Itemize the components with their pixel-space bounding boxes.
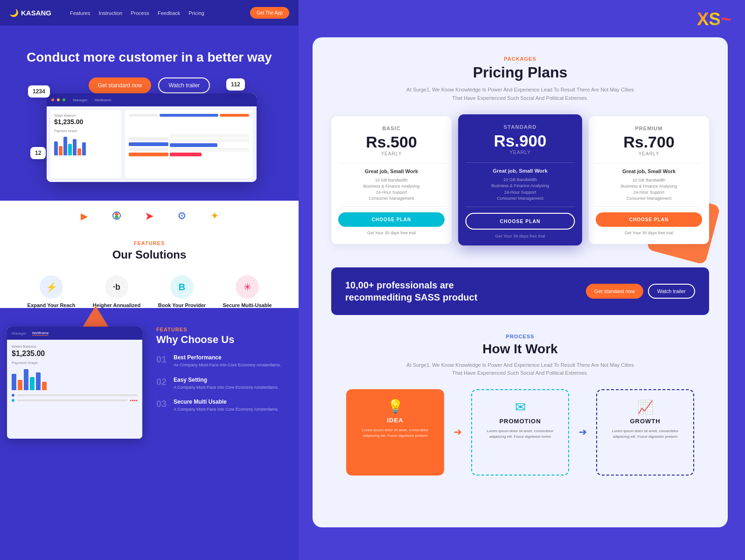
how-tag: PROCESS bbox=[331, 334, 709, 339]
price-card-premium: PREMIUM Rs.700 YEARLY Great job, Small W… bbox=[589, 116, 709, 244]
why-item-1: 01 Best Performance As Company Most-Face… bbox=[156, 354, 287, 368]
promotion-desc: Lorem ipsum dolor sit amet, consectetur … bbox=[479, 428, 561, 440]
growth-icon: 📈 bbox=[604, 399, 686, 415]
left-panel: 🌙 KASANG Features Instruction Process Fe… bbox=[0, 0, 299, 560]
premium-f3: 24-Hour Support bbox=[596, 190, 702, 195]
standard-amount: Rs.900 bbox=[466, 132, 575, 150]
moon-icon: 🌙 bbox=[9, 8, 19, 17]
watch-trailer-button[interactable]: Watch trailer bbox=[158, 77, 210, 93]
why-num-1: 01 bbox=[156, 354, 168, 365]
premium-f2: Business & Finance Analysing bbox=[596, 184, 702, 189]
professionals-banner: 10,00+ professionals are recommediting S… bbox=[331, 267, 709, 315]
how-card-promotion: ✉ PROMOTION Lorem ipsum dolor sit amet, … bbox=[471, 389, 569, 476]
basic-features-title: Great job, Small Work bbox=[338, 168, 445, 174]
why-item-desc-3: A Company Most-Face into Core Economy Am… bbox=[174, 406, 279, 413]
promotion-title: PROMOTION bbox=[479, 418, 561, 425]
basic-amount: Rs.500 bbox=[338, 133, 445, 151]
premium-f4: Consumer Management bbox=[596, 196, 702, 201]
wallet-balance-label: Wallet Balance bbox=[54, 114, 118, 117]
feature-icon-2: ·b bbox=[105, 275, 128, 299]
pricing-title: Pricing Plans bbox=[331, 64, 709, 81]
standard-name: STANDARD bbox=[466, 124, 575, 130]
basic-name: BASIC bbox=[338, 126, 445, 131]
premium-period: YEARLY bbox=[596, 151, 702, 156]
xs-logo: XS~ bbox=[697, 9, 731, 29]
get-standard-button[interactable]: Get standard now bbox=[89, 77, 152, 93]
why-title: Why Choose Us bbox=[156, 334, 287, 346]
nav-feedback[interactable]: Feedback bbox=[158, 10, 180, 16]
standard-f4: Consumer Management bbox=[466, 196, 575, 201]
dashboard-bottom: Manager Wellframe Wallet Balance $1,235.… bbox=[7, 327, 142, 439]
how-cards: 💡 IDEA Lorem ipsum dolor sit amet, conse… bbox=[331, 389, 709, 476]
pricing-header: PACKAGES Pricing Plans At Surge1, We Kno… bbox=[331, 56, 709, 102]
how-card-idea: 💡 IDEA Lorem ipsum dolor sit amet, conse… bbox=[346, 389, 444, 476]
why-item-title-2: Easy Setting bbox=[174, 377, 279, 383]
pricing-cards: BASIC Rs.500 YEARLY Great job, Small Wor… bbox=[331, 116, 709, 244]
feature-name-3: Book Your Provider bbox=[154, 302, 210, 308]
feature-name-4: Secure Multi-Usable bbox=[219, 302, 275, 308]
nav-process[interactable]: Process bbox=[131, 10, 149, 16]
standard-period: YEARLY bbox=[466, 150, 575, 155]
why-choose-section: FEATURES Why Choose Us 01 Best Performan… bbox=[147, 317, 296, 430]
float-card-12: 12 bbox=[30, 147, 46, 159]
idea-title: IDEA bbox=[353, 417, 437, 424]
pricing-cards-container: BASIC Rs.500 YEARLY Great job, Small Wor… bbox=[331, 116, 709, 244]
basic-choose-btn[interactable]: CHOOSE PLAN bbox=[338, 212, 445, 227]
premium-trial: Get Your 30 days free trial bbox=[596, 231, 702, 235]
premium-amount: Rs.700 bbox=[596, 133, 702, 151]
navbar-logo: 🌙 KASANG bbox=[9, 8, 51, 17]
basic-period: YEARLY bbox=[338, 151, 445, 156]
professionals-text: 10,00+ professionals are recommediting S… bbox=[345, 279, 485, 303]
prof-watch-trailer-btn[interactable]: Watch trailer bbox=[648, 284, 695, 299]
why-item-desc-2: A Company Most-Face into Core Economy Am… bbox=[174, 385, 279, 391]
logo-icon-4: ⚙ bbox=[174, 208, 190, 224]
growth-title: GROWTH bbox=[604, 418, 686, 425]
features-title: Our Solutions bbox=[9, 248, 289, 261]
promotion-icon: ✉ bbox=[479, 399, 561, 415]
hero-title: Conduct more customer in a better way bbox=[14, 49, 285, 66]
payment-graph-label: Payment Graph bbox=[54, 129, 118, 133]
float-card-1234: 1234 bbox=[28, 85, 50, 98]
logo-icon-2 bbox=[109, 208, 125, 224]
basic-trial: Get Your 30 days free trial bbox=[338, 231, 445, 235]
standard-trial: Get Your 30 days free trial bbox=[466, 234, 575, 238]
right-panel: PACKAGES Pricing Plans At Surge1, We Kno… bbox=[313, 37, 728, 527]
why-item-title-1: Best Performance bbox=[174, 354, 281, 361]
navbar-cta-button[interactable]: Get The App bbox=[250, 7, 289, 19]
prof-get-standard-btn[interactable]: Get standard now bbox=[586, 284, 643, 299]
float-card-112: 112 bbox=[226, 78, 245, 91]
premium-choose-btn[interactable]: CHOOSE PLAN bbox=[596, 212, 702, 227]
arrow-1: ➜ bbox=[453, 426, 462, 438]
dashboard-mockup: Manager Wellframe Wallet Balance $1,235.… bbox=[47, 93, 257, 182]
how-title: How It Work bbox=[331, 342, 709, 357]
navbar-links: Features Instruction Process Feedback Pr… bbox=[70, 10, 250, 16]
basic-f4: Consumer Management bbox=[338, 196, 445, 201]
basic-f1: 10 GB Bandwidth bbox=[338, 178, 445, 182]
standard-f2: Business & Finance Analysing bbox=[466, 184, 575, 189]
price-card-standard: STANDARD Rs.900 YEARLY Great job, Small … bbox=[458, 114, 582, 246]
bottom-left-panel: Manager Wellframe Wallet Balance $1,235.… bbox=[0, 308, 299, 560]
professionals-buttons: Get standard now Watch trailer bbox=[586, 284, 695, 299]
why-num-3: 03 bbox=[156, 399, 168, 409]
feature-icon-1: ⚡ bbox=[40, 275, 63, 299]
why-tag: FEATURES bbox=[156, 327, 287, 332]
logo-strip: ▶ ➤ ⚙ ✦ bbox=[0, 201, 299, 231]
idea-icon: 💡 bbox=[353, 399, 437, 414]
how-desc: At Surge1, We Know Knowledge Is Power An… bbox=[404, 361, 637, 378]
nav-features[interactable]: Features bbox=[70, 10, 90, 16]
premium-features-title: Great job, Small Work bbox=[596, 168, 702, 174]
feature-icon-3: B bbox=[170, 275, 194, 299]
standard-f1: 10 GB Bandwidth bbox=[466, 177, 575, 182]
premium-f1: 10 GB Bandwidth bbox=[596, 178, 702, 182]
standard-choose-btn[interactable]: CHOOSE PLAN bbox=[466, 213, 575, 230]
logo-text: KASANG bbox=[21, 9, 51, 17]
features-tag: FEATURES bbox=[9, 240, 289, 246]
price-card-basic: BASIC Rs.500 YEARLY Great job, Small Wor… bbox=[331, 116, 452, 244]
logo-icon-1: ▶ bbox=[76, 208, 92, 224]
feature-icon-4: ✳ bbox=[236, 275, 259, 299]
why-item-3: 03 Secure Multi Usable A Company Most-Fa… bbox=[156, 399, 287, 413]
nav-pricing[interactable]: Pricing bbox=[188, 10, 204, 16]
why-item-2: 02 Easy Setting A Company Most-Face into… bbox=[156, 377, 287, 391]
how-it-works-section: PROCESS How It Work At Surge1, We Know K… bbox=[331, 334, 709, 476]
nav-instruction[interactable]: Instruction bbox=[98, 10, 122, 16]
